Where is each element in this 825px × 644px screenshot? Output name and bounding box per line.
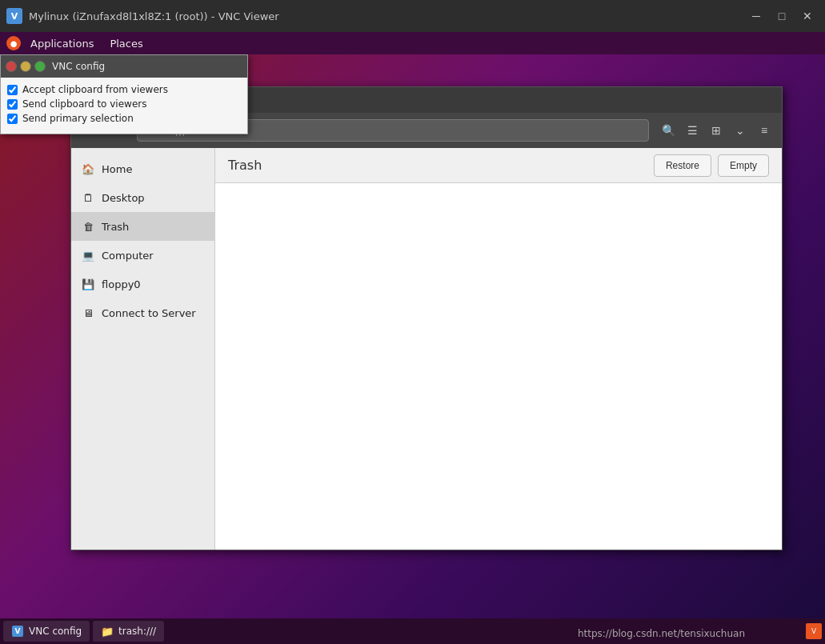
fm-list-view-button[interactable]: ☰	[681, 119, 703, 142]
vnc-window-controls: ─ □ ✕	[745, 5, 819, 27]
vnc-config-titlebar: VNC config	[1, 55, 247, 78]
vnc-logo: V	[6, 8, 22, 24]
computer-icon: 💻	[81, 248, 95, 262]
taskbar-trash-icon: 📁	[101, 625, 114, 638]
restore-button[interactable]: Restore	[654, 154, 711, 177]
sidebar-item-home-label: Home	[102, 163, 132, 175]
sidebar-item-trash-label: Trash	[102, 221, 129, 233]
vnc-minimize-button[interactable]: ─	[745, 5, 767, 27]
trash-icon: 🗑	[81, 219, 95, 234]
fm-main-header: Trash Restore Empty	[215, 148, 782, 183]
sidebar-item-desktop[interactable]: 🗒 Desktop	[71, 183, 214, 212]
taskbar-item-vnc-config[interactable]: V VNC config	[3, 621, 90, 642]
fm-sidebar: 🏠 Home 🗒 Desktop 🗑 Trash 💻 Computer 💾 fl…	[71, 148, 215, 550]
vnc-close-button[interactable]: ✕	[796, 5, 819, 27]
fm-menu-button[interactable]: ≡	[753, 119, 775, 142]
fm-search-button[interactable]: 🔍	[657, 119, 679, 142]
fm-content: 🏠 Home 🗒 Desktop 🗑 Trash 💻 Computer 💾 fl…	[71, 148, 782, 550]
vnc-config-minimize-btn[interactable]	[20, 61, 31, 72]
sidebar-item-computer-label: Computer	[102, 250, 154, 262]
vnc-config-primary-send-checkbox[interactable]	[7, 114, 18, 124]
taskbar-sys-icon: V	[806, 623, 822, 639]
server-connect-icon: 🖥	[81, 306, 95, 320]
home-icon: 🏠	[81, 162, 95, 176]
fm-grid-view-button[interactable]: ⊞	[705, 119, 727, 142]
vnc-titlebar: V Mylinux (iZnufaxd8l1xl8Z:1 (root)) - V…	[0, 0, 825, 32]
vnc-config-primary-send[interactable]: Send primary selection	[7, 113, 241, 124]
vnc-config-maximize-btn[interactable]	[34, 61, 46, 72]
sidebar-item-computer[interactable]: 💻 Computer	[71, 241, 214, 270]
vnc-config-title: VNC config	[52, 61, 105, 72]
taskbar: V VNC config 📁 trash:/// https://blog.cs…	[0, 618, 825, 644]
vnc-config-clipboard-send[interactable]: Send clipboard to viewers	[7, 98, 241, 110]
ubuntu-topbar: ● Applications Places	[0, 32, 825, 54]
vnc-config-clipboard-accept-label: Accept clipboard from viewers	[22, 84, 168, 95]
taskbar-clock-area: V	[806, 623, 822, 639]
sidebar-item-home[interactable]: 🏠 Home	[71, 154, 214, 183]
vnc-config-body: Accept clipboard from viewers Send clipb…	[1, 78, 247, 134]
fm-sort-button[interactable]: ⌄	[729, 119, 751, 142]
vnc-config-panel: VNC config Accept clipboard from viewers…	[0, 54, 248, 134]
vnc-config-primary-send-label: Send primary selection	[22, 113, 134, 124]
fm-search-icon: 🔍	[662, 124, 675, 137]
fm-grid-view-icon: ⊞	[711, 124, 721, 137]
ubuntu-logo: ●	[6, 36, 21, 50]
fm-main-panel: Trash Restore Empty	[215, 148, 782, 550]
vnc-config-clipboard-accept[interactable]: Accept clipboard from viewers	[7, 84, 241, 95]
empty-button[interactable]: Empty	[718, 154, 769, 177]
vnc-config-controls	[6, 61, 46, 72]
vnc-config-clipboard-send-label: Send clipboard to viewers	[22, 98, 146, 110]
vnc-config-clipboard-send-checkbox[interactable]	[7, 99, 18, 110]
taskbar-item-trash[interactable]: 📁 trash:///	[93, 621, 164, 642]
sidebar-item-connect-to-server[interactable]: 🖥 Connect to Server	[71, 298, 214, 327]
vnc-config-clipboard-accept-checkbox[interactable]	[7, 85, 18, 95]
sidebar-item-connect-to-server-label: Connect to Server	[102, 307, 196, 319]
fm-sort-icon: ⌄	[735, 124, 745, 137]
vnc-config-close-btn[interactable]	[6, 61, 17, 72]
taskbar-vnc-icon: V	[11, 625, 24, 638]
fm-menu-icon: ≡	[761, 124, 767, 137]
fm-main-body	[215, 183, 782, 550]
taskbar-vnc-label: VNC config	[29, 626, 82, 637]
sidebar-item-desktop-label: Desktop	[102, 192, 145, 204]
sidebar-item-floppy-label: floppy0	[102, 278, 141, 290]
ubuntu-applications-menu[interactable]: Applications	[27, 36, 97, 51]
sidebar-item-trash[interactable]: 🗑 Trash	[71, 212, 214, 241]
desktop-icon: 🗒	[81, 190, 95, 205]
filemanager-window: trash:/// ‹ › trash:/// 🔍 ☰ ⊞ ⌄ ≡	[70, 86, 783, 550]
vnc-maximize-button[interactable]: □	[771, 5, 793, 27]
ubuntu-places-menu[interactable]: Places	[106, 36, 146, 51]
fm-list-view-icon: ☰	[687, 124, 698, 137]
fm-main-title: Trash	[228, 158, 647, 173]
taskbar-trash-label: trash:///	[118, 626, 156, 637]
taskbar-url-hint: https://blog.csdn.net/tensixuchuan	[578, 628, 745, 639]
sidebar-item-floppy[interactable]: 💾 floppy0	[71, 270, 214, 298]
fm-toolbar-icons: 🔍 ☰ ⊞ ⌄ ≡	[657, 119, 775, 142]
floppy-icon: 💾	[81, 277, 95, 291]
vnc-window-title: Mylinux (iZnufaxd8l1xl8Z:1 (root)) - VNC…	[29, 10, 745, 22]
